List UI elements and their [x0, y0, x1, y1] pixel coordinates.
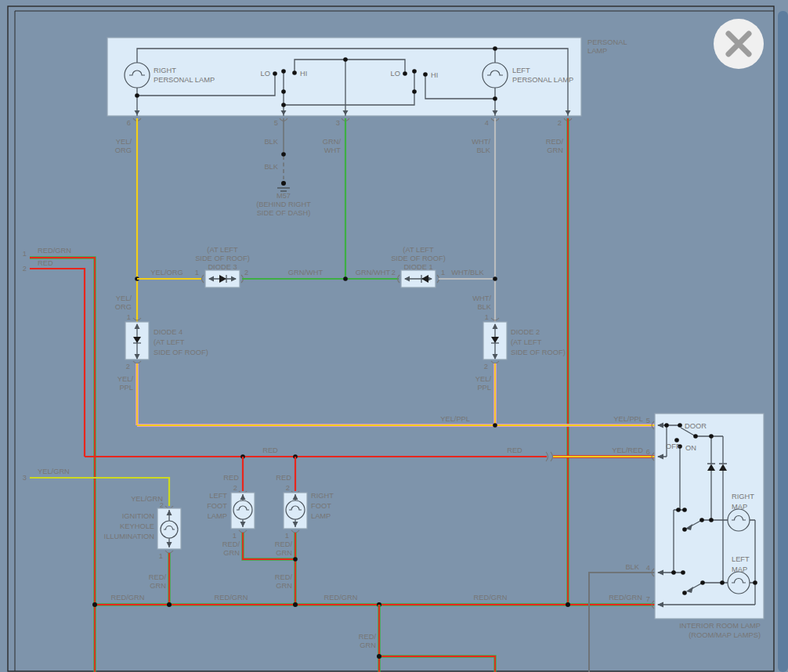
diode4-name: DIODE 4 [154, 328, 183, 336]
vertical-scrollbar[interactable] [778, 11, 788, 672]
wire-label: RED [276, 474, 291, 482]
left-map-label: LEFT [732, 555, 750, 563]
door-contact [678, 423, 682, 428]
pin-number: 4 [646, 564, 650, 572]
switch1-lo-label: LO [261, 70, 270, 78]
wire-label: GRN/WHT [288, 269, 324, 276]
junction-dot [720, 580, 725, 585]
junction-dot [92, 602, 97, 607]
diode3-location: SIDE OF ROOF) [195, 255, 250, 262]
right-map-label: MAP [732, 503, 747, 511]
wire-label: YEL/PPL [613, 415, 643, 423]
diode2-name: DIODE 2 [511, 328, 540, 336]
junction-dot [135, 93, 139, 98]
pin-number: 5 [646, 417, 650, 425]
wire-label: RED [507, 446, 522, 454]
pin-number: 7 [646, 595, 650, 603]
pin-number: 2 [244, 269, 248, 276]
switch1-hi-label: HI [300, 70, 307, 78]
junction-dot [566, 602, 570, 607]
wire-label: WHT [324, 146, 341, 154]
wire-label: GRN/ [323, 138, 342, 146]
junction-dot [709, 518, 714, 522]
junction-dot [292, 70, 297, 75]
right-foot-label: FOOT [311, 502, 331, 510]
close-button[interactable] [714, 19, 764, 69]
circuit-number: 2 [23, 265, 27, 273]
junction-dot [281, 69, 286, 74]
wire-label: YEL/ [116, 294, 132, 302]
diode2-location: (AT LEFT [511, 338, 542, 346]
wire-label: RED [223, 474, 239, 482]
junction-dot [682, 591, 687, 595]
wire-label: YEL/PPL [440, 415, 470, 423]
switch-position-on: ON [685, 444, 696, 452]
junction-dot [343, 276, 348, 281]
wire-label: PPL [477, 384, 491, 392]
wire-label: BLK [477, 303, 491, 311]
pin-number: 2 [484, 363, 488, 370]
right-foot-label: RIGHT [311, 492, 334, 500]
wire-label: YEL/GRN [38, 468, 70, 475]
pin-number: 1 [233, 532, 237, 540]
junction-dot [273, 71, 277, 76]
wire-label: BLK [625, 563, 639, 571]
ignition-label: KEYHOLE [120, 522, 154, 530]
wire-label: BLK [476, 146, 490, 154]
wire-label: RED/GRN [111, 594, 145, 602]
wire-label: GRN/WHT [356, 269, 391, 276]
left-personal-lamp-label: PERSONAL LAMP [512, 76, 573, 84]
junction-dot [753, 580, 757, 585]
junction-dot [693, 434, 698, 439]
junction-dot [412, 69, 417, 74]
wire-label: RED/GRN [324, 594, 358, 602]
off-contact [674, 438, 679, 443]
wire-label: ORG [115, 303, 132, 311]
pin-number: 6 [646, 448, 650, 456]
switch2-hi-label: HI [431, 71, 438, 79]
wire-label: RED/ [359, 633, 377, 641]
junction-dot [293, 557, 298, 562]
junction-dot [699, 518, 704, 522]
circuit-number: 3 [23, 474, 27, 482]
pin-number: 1 [285, 532, 289, 540]
junction-dot [700, 580, 705, 585]
wire-label: YEL/ [475, 375, 492, 383]
ignition-label: ILLUMINATION [104, 533, 154, 540]
junction-dot [493, 46, 497, 51]
wire-label: YEL/ [117, 375, 134, 383]
junction-dot [493, 276, 497, 281]
switch2-lo-label: LO [391, 70, 400, 78]
pin-number: 2 [126, 363, 130, 370]
pin-number: 3 [336, 119, 340, 127]
wire-label: WHT/ [472, 138, 490, 146]
wire-label: YEL/GRN [131, 495, 163, 503]
pin-number: 2 [558, 119, 562, 127]
diode2-location: SIDE OF ROOF) [511, 349, 566, 356]
left-foot-label: LEFT [209, 492, 227, 500]
circuit-number: 1 [23, 250, 27, 258]
wire-label: GRN [547, 146, 563, 154]
wire-label: WHT/BLK [451, 269, 484, 276]
junction-dot [664, 423, 669, 428]
wire-label: RED/ [222, 540, 240, 548]
wire-label: BLK [264, 163, 278, 171]
pin-number: 1 [485, 313, 489, 321]
personal-lamp-box-label: PERSONAL [587, 38, 627, 46]
junction-dot [167, 602, 172, 607]
ground-location: (BEHIND RIGHT [256, 201, 311, 208]
left-map-label: MAP [732, 565, 747, 573]
wire-label: RED [38, 259, 53, 267]
junction-dot [493, 423, 497, 428]
wire-label: YEL/ [116, 138, 132, 146]
right-personal-lamp-label: PERSONAL LAMP [154, 76, 215, 84]
junction-dot [709, 434, 714, 439]
pin-number: 6 [127, 119, 131, 127]
pin-number: 2 [392, 269, 396, 276]
junction-dot [493, 96, 497, 101]
personal-lamp-box-label: LAMP [587, 47, 607, 55]
interior-room-lamp-caption: (ROOM/MAP LAMPS) [689, 631, 761, 639]
wire-label: YEL/RED [612, 446, 643, 454]
wire-label: ORG [115, 146, 132, 154]
wire-label: GRN [360, 641, 376, 649]
